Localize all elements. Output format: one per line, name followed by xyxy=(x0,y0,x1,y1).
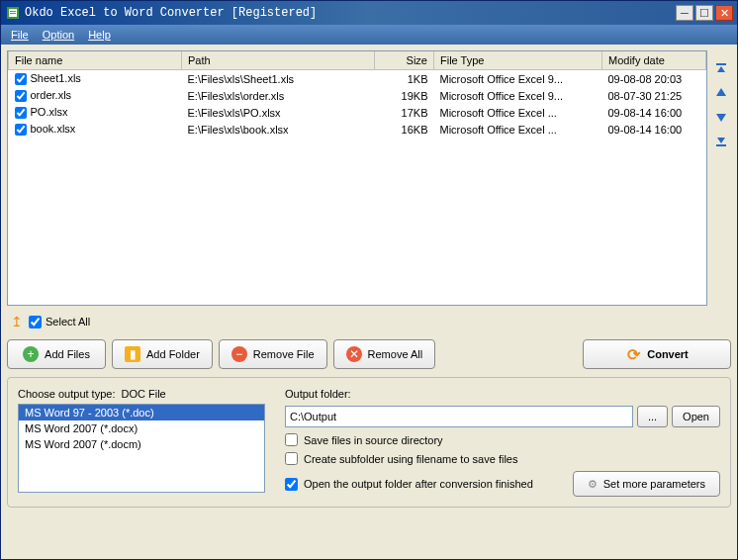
row-checkbox[interactable] xyxy=(15,73,27,85)
button-row: +Add Files ▮Add Folder −Remove File ✕Rem… xyxy=(7,337,731,371)
col-path[interactable]: Path xyxy=(182,51,375,70)
table-row[interactable]: PO.xlsxE:\Files\xls\PO.xlsx17KBMicrosoft… xyxy=(9,104,706,121)
output-type-option[interactable]: MS Word 97 - 2003 (*.doc) xyxy=(19,405,264,420)
convert-button[interactable]: ⟳Convert xyxy=(583,339,731,369)
save-source-label: Save files in source directory xyxy=(304,434,443,446)
up-folder-icon[interactable]: ↥ xyxy=(11,314,23,329)
app-icon xyxy=(5,5,21,21)
svg-rect-5 xyxy=(716,144,726,146)
remove-file-button[interactable]: −Remove File xyxy=(219,339,327,369)
output-type-option[interactable]: MS Word 2007 (*.docm) xyxy=(19,436,264,452)
output-folder-input[interactable] xyxy=(285,406,633,427)
open-after-checkbox[interactable] xyxy=(285,478,298,491)
output-folder-label: Output folder: xyxy=(285,388,720,400)
menubar: File Option Help xyxy=(1,25,737,45)
remove-all-button[interactable]: ✕Remove All xyxy=(333,339,436,369)
move-top-icon[interactable] xyxy=(712,60,730,78)
browse-button[interactable]: ... xyxy=(637,406,668,427)
menu-help[interactable]: Help xyxy=(82,27,117,43)
col-modify[interactable]: Modify date xyxy=(602,51,706,70)
x-icon: ✕ xyxy=(346,346,362,362)
minimize-button[interactable]: ─ xyxy=(676,5,693,21)
content-area: File name Path Size File Type Modify dat… xyxy=(1,45,737,559)
menu-option[interactable]: Option xyxy=(37,27,80,43)
maximize-button[interactable]: ☐ xyxy=(695,5,713,21)
plus-icon: + xyxy=(23,346,39,362)
main-window: Okdo Excel to Word Converter [Registered… xyxy=(0,0,738,560)
select-all-text: Select All xyxy=(46,316,90,327)
output-type-label: Choose output type: xyxy=(18,388,115,400)
col-size[interactable]: Size xyxy=(375,51,434,70)
col-filetype[interactable]: File Type xyxy=(434,51,602,70)
table-row[interactable]: Sheet1.xlsE:\Files\xls\Sheet1.xls1KBMicr… xyxy=(9,70,706,88)
column-headers: File name Path Size File Type Modify dat… xyxy=(9,51,706,70)
menu-file[interactable]: File xyxy=(5,27,35,43)
output-type-col: Choose output type: DOC File MS Word 97 … xyxy=(18,388,265,497)
lower-panel: Choose output type: DOC File MS Word 97 … xyxy=(7,377,731,508)
create-subfolder-label: Create subfolder using filename to save … xyxy=(304,453,517,465)
select-all-row: ↥ Select All xyxy=(7,312,731,331)
svg-rect-3 xyxy=(10,13,16,14)
window-controls: ─ ☐ ✕ xyxy=(676,5,733,21)
select-all-label[interactable]: Select All xyxy=(29,316,90,328)
convert-icon: ⟳ xyxy=(625,346,641,362)
move-up-icon[interactable] xyxy=(712,84,730,102)
row-checkbox[interactable] xyxy=(15,90,27,102)
save-source-checkbox[interactable] xyxy=(285,433,298,446)
svg-rect-2 xyxy=(10,11,16,12)
output-folder-row: ... Open xyxy=(285,406,720,427)
output-type-option[interactable]: MS Word 2007 (*.docx) xyxy=(19,420,264,436)
move-down-icon[interactable] xyxy=(712,108,730,126)
output-type-value: DOC File xyxy=(121,388,165,400)
col-filename[interactable]: File name xyxy=(9,51,182,70)
file-list[interactable]: File name Path Size File Type Modify dat… xyxy=(7,50,707,306)
select-all-checkbox[interactable] xyxy=(29,316,42,328)
window-title: Okdo Excel to Word Converter [Registered… xyxy=(25,6,676,20)
reorder-arrows xyxy=(711,50,731,306)
minus-icon: − xyxy=(231,346,247,362)
open-after-row: Open the output folder after conversion … xyxy=(285,478,563,491)
table-row[interactable]: book.xlsxE:\Files\xls\book.xlsx16KBMicro… xyxy=(9,121,706,138)
add-files-button[interactable]: +Add Files xyxy=(7,339,106,369)
output-type-head: Choose output type: DOC File xyxy=(18,388,265,400)
open-after-label: Open the output folder after conversion … xyxy=(304,478,533,490)
folder-icon: ▮ xyxy=(125,346,140,362)
close-button[interactable]: ✕ xyxy=(715,5,733,21)
output-type-list[interactable]: MS Word 97 - 2003 (*.doc)MS Word 2007 (*… xyxy=(18,404,265,493)
svg-rect-4 xyxy=(716,63,726,65)
titlebar: Okdo Excel to Word Converter [Registered… xyxy=(1,1,737,25)
row-checkbox[interactable] xyxy=(15,107,27,119)
move-bottom-icon[interactable] xyxy=(712,132,730,149)
row-checkbox[interactable] xyxy=(15,124,27,136)
open-button[interactable]: Open xyxy=(672,406,720,427)
create-subfolder-checkbox[interactable] xyxy=(285,452,298,465)
save-source-row: Save files in source directory xyxy=(285,433,720,446)
filelist-wrap: File name Path Size File Type Modify dat… xyxy=(7,50,731,306)
table-row[interactable]: order.xlsE:\Files\xls\order.xls19KBMicro… xyxy=(9,87,706,104)
create-subfolder-row: Create subfolder using filename to save … xyxy=(285,452,720,465)
gear-icon: ⚙ xyxy=(588,478,598,491)
add-folder-button[interactable]: ▮Add Folder xyxy=(112,339,213,369)
output-folder-col: Output folder: ... Open Save files in so… xyxy=(285,388,720,497)
set-more-parameters-button[interactable]: ⚙ Set more parameters xyxy=(573,471,720,497)
